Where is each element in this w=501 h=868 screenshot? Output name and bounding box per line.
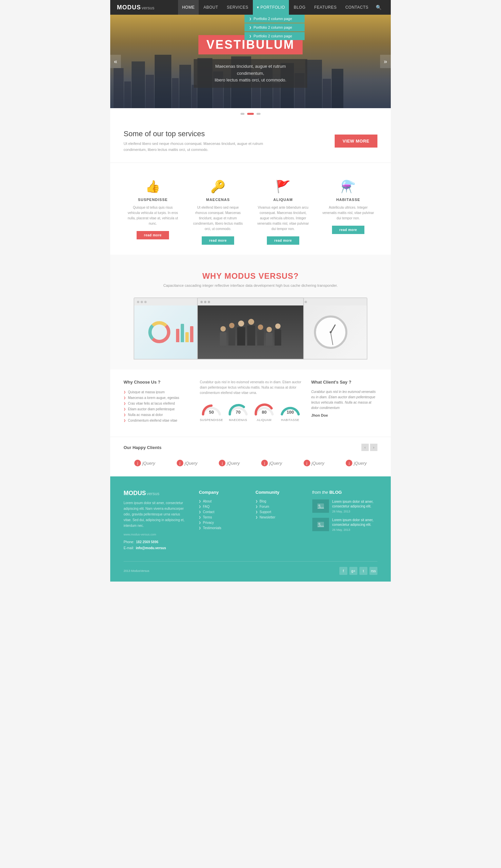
read-more-button-4[interactable]: read more (332, 226, 364, 234)
company-link[interactable]: FAQ (199, 505, 245, 508)
footer-contact: www.modus-versus.com Phone: 182 2569 589… (124, 532, 189, 551)
why-choose-section: Why Choose Us ? Quisque at massa ipsum M… (110, 370, 391, 437)
browser-dot (200, 301, 203, 303)
browser-dot (204, 301, 206, 303)
community-link[interactable]: Forum (256, 505, 302, 508)
clients-prev-button[interactable]: ‹ (361, 444, 369, 451)
service-title: SUSPENDISSE (127, 198, 179, 202)
nav-about[interactable]: ABOUT (199, 0, 222, 15)
list-item: Blog (256, 499, 302, 503)
nav-blog[interactable]: BLOG (290, 0, 309, 15)
slider-dots (110, 108, 391, 120)
main-nav: HOME ABOUT SERVICES ▾ PORTFOLIO BLOG FEA… (178, 0, 384, 15)
portfolio-dropdown-item[interactable]: ❯ Portfolio 2 column page (245, 32, 305, 40)
clients-logos: j jQuery j jQuery j jQuery j jQuery j jQ… (124, 456, 377, 470)
slider-dot[interactable] (256, 113, 260, 115)
slider-dot[interactable] (241, 113, 245, 115)
community-title: Community (256, 490, 302, 495)
hero-prev-button[interactable]: « (110, 55, 121, 68)
client-logo-3: j jQuery (219, 460, 239, 466)
company-link[interactable]: About (199, 499, 245, 503)
header: MODUS versus HOME ABOUT SERVICES ▾ PORTF… (110, 0, 391, 15)
hero-next-button[interactable]: » (380, 55, 391, 68)
browser-screen-clock (295, 305, 367, 359)
happy-clients-header: Our Happy Clients ‹ › (124, 444, 377, 451)
logo-sub: versus (142, 6, 154, 10)
browser-dot (305, 301, 307, 303)
footer-phone: Phone: 182 2569 5896 (124, 539, 189, 545)
googleplus-icon[interactable]: g+ (349, 567, 358, 575)
nav-contacts[interactable]: CONTACTS (341, 0, 372, 15)
footer: MODUS versus Lorem ipsum dolor sit amer,… (110, 476, 391, 582)
why-choose-col: Why Choose Us ? Quisque at massa ipsum M… (124, 380, 190, 427)
blog-entry-1: Lorem ipsum dolor sit amer, consectetur … (312, 499, 377, 513)
browser-bar (295, 298, 367, 305)
client-name: jQuery (269, 461, 282, 466)
browser-dot (137, 301, 139, 303)
why-subtitle: Capacitance cascading integer reflective… (124, 283, 377, 287)
list-item: Testimonials (199, 526, 245, 530)
gauge-label: SUSPENDISSE (200, 418, 223, 422)
footer-community-col: Community Blog Forum Support Newsletter (256, 490, 302, 551)
why-list-item: Cras vitae felis at lacus eleifend (124, 401, 190, 406)
read-more-button-1[interactable]: read more (137, 231, 169, 239)
community-link[interactable]: Newsletter (256, 516, 302, 519)
client-name: jQuery (227, 461, 239, 466)
service-title: ALIQUAM (257, 198, 309, 202)
list-item: Support (256, 510, 302, 514)
footer-email: E-mail: info@modu.versus (124, 545, 189, 551)
browser-mock-left (134, 297, 207, 360)
why-list-item: Nulla ac massa at dolor (124, 412, 190, 417)
rss-icon[interactable]: rss (370, 567, 377, 575)
gauge-svg-4: 100 (279, 401, 301, 416)
search-icon[interactable]: 🔍 (373, 3, 384, 11)
portfolio-dropdown-item[interactable]: ❯ Portfolio 2 column page (245, 15, 305, 23)
blog-info: Lorem ipsum dolor sit amer, consectetur … (332, 518, 377, 531)
blog-col-title: from the BLOG (312, 490, 377, 495)
browser-bar (134, 298, 206, 305)
company-link[interactable]: Privacy (199, 521, 245, 524)
service-card-aliquam: 🚩 ALIQUAM Vivamus eget ante bibendum arc… (254, 176, 312, 248)
facebook-icon[interactable]: f (339, 567, 347, 575)
community-link[interactable]: Support (256, 510, 302, 514)
testimonial-title: What Client's Say ? (311, 380, 377, 384)
gauge-suspendisse: 50 SUSPENDISSE (200, 401, 223, 422)
jquery-icon: j (303, 460, 310, 466)
nav-home[interactable]: HOME (178, 0, 199, 15)
service-desc: Quisque id tellus quis risus vehicula ve… (127, 205, 179, 226)
footer-website: www.modus-versus.com (124, 532, 189, 537)
nav-services[interactable]: SERVICES (223, 0, 252, 15)
clock-face (314, 315, 347, 349)
community-links: Blog Forum Support Newsletter (256, 499, 302, 519)
client-nav-arrows: ‹ › (361, 444, 377, 451)
footer-social: f g+ t rss (339, 567, 377, 575)
company-link[interactable]: Terms (199, 516, 245, 519)
browser-bar (198, 298, 303, 305)
footer-bottom: 2013 ModusVersus f g+ t rss (124, 561, 377, 575)
services-grid: 👍 SUSPENDISSE Quisque id tellus quis ris… (110, 163, 391, 255)
footer-company-col: Company About FAQ Contact Terms Privacy … (199, 490, 245, 551)
view-more-button[interactable]: VIEW MORE (335, 134, 377, 148)
services-heading: Some of our top services (124, 130, 284, 138)
company-title: Company (199, 490, 245, 495)
gauge-svg-2: 70 (227, 401, 249, 416)
site-logo: MODUS versus (117, 4, 154, 11)
read-more-button-2[interactable]: read more (202, 236, 234, 245)
portfolio-dropdown-item[interactable]: ❯ Portfolio 2 column page (245, 23, 305, 31)
list-item: Privacy (199, 521, 245, 524)
nav-portfolio[interactable]: ▾ PORTFOLIO (253, 0, 289, 15)
community-link[interactable]: Blog (256, 499, 302, 503)
company-link[interactable]: Testimonials (199, 526, 245, 530)
company-link[interactable]: Contact (199, 510, 245, 514)
list-item: Terms (199, 516, 245, 519)
twitter-icon[interactable]: t (359, 567, 367, 575)
why-section: WHY MODUS VERSUS? Capacitance cascading … (110, 255, 391, 370)
footer-top: MODUS versus Lorem ipsum dolor sit amer,… (124, 490, 377, 551)
clients-next-button[interactable]: › (370, 444, 377, 451)
key-icon: 🔑 (192, 180, 244, 194)
happy-clients-section: Our Happy Clients ‹ › j jQuery j jQuery … (110, 437, 391, 476)
read-more-button-3[interactable]: read more (267, 236, 299, 245)
slider-dot-active[interactable] (247, 113, 254, 115)
nav-features[interactable]: FEATURES (310, 0, 341, 15)
blog-info: Lorem ipsum dolor sit amer, consectetur … (332, 499, 377, 513)
